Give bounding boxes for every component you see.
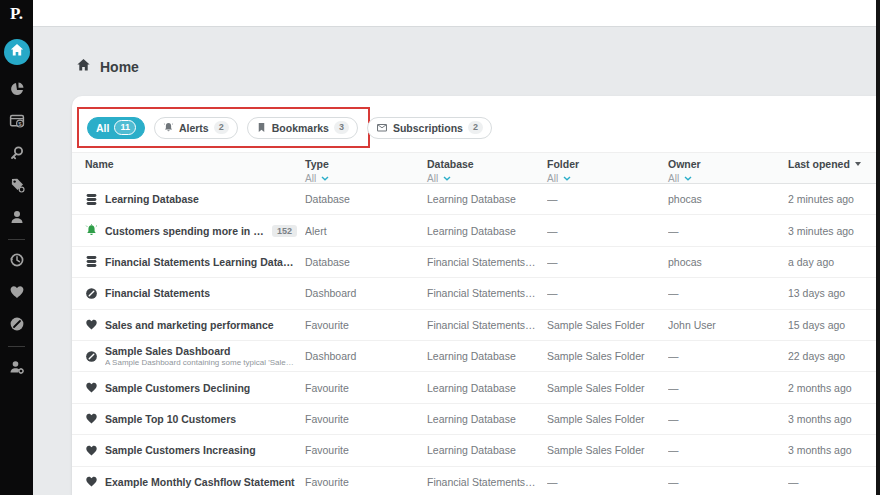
sidebar-item-rebates[interactable] bbox=[9, 177, 25, 193]
row-name-cell: Sample Sales Dashboard A Sample Dashboar… bbox=[85, 345, 305, 367]
sidebar-item-favourites[interactable] bbox=[9, 284, 25, 300]
row-database: Learning Database bbox=[427, 225, 547, 237]
filter-tab-subscriptions[interactable]: Subscriptions 2 bbox=[367, 117, 492, 139]
dashboard-icon bbox=[85, 350, 98, 363]
sidebar-item-connections[interactable] bbox=[9, 145, 25, 161]
folder-filter-dropdown[interactable]: All bbox=[547, 173, 571, 184]
row-name-cell: Sample Customers Declining bbox=[85, 381, 305, 394]
table-row[interactable]: Customers spending more in last month 15… bbox=[72, 215, 880, 246]
row-database: Learning Database bbox=[427, 382, 547, 394]
row-owner: — bbox=[668, 413, 788, 425]
row-folder: — bbox=[547, 476, 668, 488]
alert-count-badge: 152 bbox=[272, 225, 297, 237]
row-last-opened: a day ago bbox=[788, 256, 880, 268]
row-name: Financial Statements Learning Database bbox=[105, 256, 297, 268]
row-last-opened: 2 months ago bbox=[788, 382, 880, 394]
table-body: Learning Database Database Learning Data… bbox=[72, 184, 880, 495]
row-name-cell: Sample Customers Increasing bbox=[85, 444, 305, 457]
row-owner: — bbox=[668, 444, 788, 456]
type-filter-dropdown[interactable]: All bbox=[305, 173, 329, 184]
column-header-last-opened[interactable]: Last opened bbox=[788, 158, 880, 184]
user-settings-icon bbox=[9, 359, 25, 375]
row-owner: — bbox=[668, 287, 788, 299]
sidebar-item-customers[interactable] bbox=[9, 209, 25, 225]
sidebar-item-dashboards[interactable] bbox=[9, 316, 25, 332]
filter-value: All bbox=[427, 173, 438, 184]
column-label: Name bbox=[85, 158, 114, 170]
row-database: Learning Database bbox=[427, 193, 547, 205]
table-row[interactable]: Example Monthly Cashflow Statement Favou… bbox=[72, 467, 880, 495]
table-row[interactable]: Learning Database Database Learning Data… bbox=[72, 184, 880, 215]
owner-filter-dropdown[interactable]: All bbox=[668, 173, 692, 184]
filter-tab-all[interactable]: All 11 bbox=[87, 117, 145, 139]
column-header-owner: Owner All bbox=[668, 158, 788, 184]
page-header: Home bbox=[76, 58, 139, 75]
favourite-heart-icon bbox=[85, 444, 98, 457]
row-name-cell: Customers spending more in last month 15… bbox=[85, 224, 305, 237]
favourite-heart-icon bbox=[85, 381, 98, 394]
heart-icon bbox=[9, 284, 25, 300]
tab-count-badge: 2 bbox=[214, 121, 229, 134]
column-label: Last opened bbox=[788, 158, 850, 170]
database-filter-dropdown[interactable]: All bbox=[427, 173, 451, 184]
sidebar-divider bbox=[8, 239, 25, 240]
table-row[interactable]: Sample Customers Increasing Favourite Le… bbox=[72, 435, 880, 466]
database-icon bbox=[85, 193, 98, 206]
sidebar-item-administration[interactable] bbox=[9, 359, 25, 375]
row-last-opened: 13 days ago bbox=[788, 287, 880, 299]
row-type: Favourite bbox=[305, 476, 427, 488]
row-name-cell: Financial Statements bbox=[85, 287, 305, 300]
table-row[interactable]: Sample Customers Declining Favourite Lea… bbox=[72, 372, 880, 403]
row-last-opened: 2 minutes ago bbox=[788, 193, 880, 205]
pie-chart-icon bbox=[9, 81, 25, 97]
row-name-cell: Sales and marketing performance bbox=[85, 318, 305, 331]
row-type: Dashboard bbox=[305, 350, 427, 362]
row-folder: Sample Sales Folder bbox=[547, 350, 668, 362]
row-owner: — bbox=[668, 350, 788, 362]
top-bar bbox=[33, 0, 880, 27]
table-row[interactable]: Sample Sales Dashboard A Sample Dashboar… bbox=[72, 341, 880, 372]
gauge-icon bbox=[9, 316, 25, 332]
home-icon bbox=[10, 43, 24, 61]
content-card: All 11 Alerts 2 Bookmarks 3 Subscription… bbox=[72, 96, 880, 495]
row-type: Favourite bbox=[305, 319, 427, 331]
sidebar-item-home[interactable] bbox=[4, 39, 30, 65]
alert-bell-icon bbox=[85, 224, 98, 237]
person-icon bbox=[9, 209, 25, 225]
row-owner: — bbox=[668, 476, 788, 488]
tab-count-badge: 11 bbox=[114, 120, 136, 135]
row-name: Example Monthly Cashflow Statement bbox=[105, 476, 295, 488]
table-row[interactable]: Sales and marketing performance Favourit… bbox=[72, 310, 880, 341]
column-header-folder: Folder All bbox=[547, 158, 668, 184]
filter-value: All bbox=[305, 173, 316, 184]
tab-label: Subscriptions bbox=[393, 122, 463, 134]
tag-icon bbox=[9, 177, 25, 193]
highlight-red-box: All 11 Alerts 2 Bookmarks 3 Subscription… bbox=[77, 107, 370, 148]
sort-desc-icon bbox=[855, 162, 861, 166]
tab-label: Bookmarks bbox=[272, 122, 329, 134]
row-type: Database bbox=[305, 256, 427, 268]
row-folder: Sample Sales Folder bbox=[547, 413, 668, 425]
table-row[interactable]: Financial Statements Dashboard Financial… bbox=[72, 278, 880, 309]
chevron-down-icon bbox=[563, 176, 571, 181]
sidebar-item-analytics[interactable] bbox=[9, 81, 25, 97]
row-last-opened: 3 months ago bbox=[788, 413, 880, 425]
table-row[interactable]: Sample Top 10 Customers Favourite Learni… bbox=[72, 404, 880, 435]
row-name-cell: Sample Top 10 Customers bbox=[85, 412, 305, 425]
column-label: Type bbox=[305, 158, 329, 170]
filter-tab-alerts[interactable]: Alerts 2 bbox=[154, 117, 238, 139]
sidebar-item-recent[interactable] bbox=[9, 252, 25, 268]
row-name: Sample Customers Increasing bbox=[105, 444, 256, 456]
row-owner: John User bbox=[668, 319, 788, 331]
row-name: Sample Sales Dashboard bbox=[105, 345, 297, 357]
row-name-cell: Example Monthly Cashflow Statement bbox=[85, 475, 305, 488]
row-last-opened: 3 minutes ago bbox=[788, 225, 880, 237]
table-row[interactable]: Financial Statements Learning Database D… bbox=[72, 247, 880, 278]
phocas-logo[interactable]: P. bbox=[10, 3, 23, 25]
screen-right-edge bbox=[876, 0, 880, 495]
tab-label: Alerts bbox=[179, 122, 209, 134]
sidebar-item-financial-statements[interactable]: $ bbox=[9, 113, 25, 129]
row-folder: — bbox=[547, 225, 668, 237]
row-last-opened: 3 months ago bbox=[788, 444, 880, 456]
filter-tab-bookmarks[interactable]: Bookmarks 3 bbox=[247, 117, 358, 139]
